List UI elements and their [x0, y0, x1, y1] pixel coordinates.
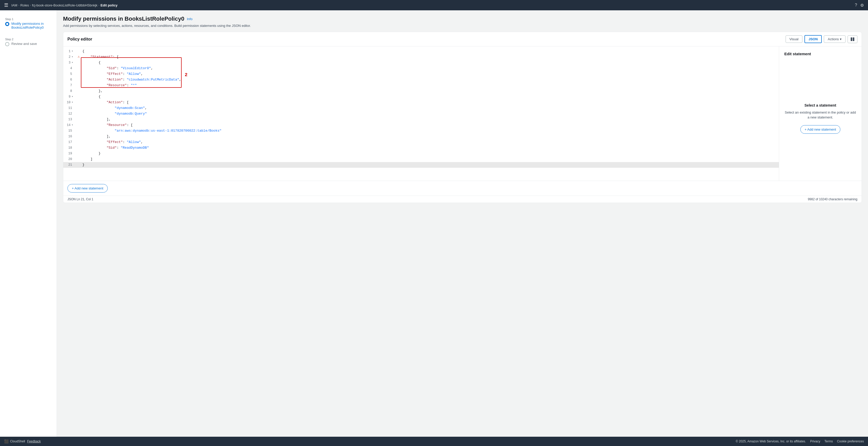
code-editor[interactable]: 2 1 ▾ {: [63, 46, 779, 181]
breadcrumb: IAM › Roles › fcj-book-store-BooksListRo…: [11, 3, 118, 7]
json-button[interactable]: JSON: [804, 35, 822, 43]
line-content-12: "dynamodb:Query": [82, 111, 779, 116]
line-content-20: ]: [82, 157, 779, 162]
add-statement-bottom-button[interactable]: + Add new statement: [67, 184, 108, 193]
step-2-title[interactable]: Review and save: [5, 42, 52, 46]
code-line-21: 21 }: [63, 162, 779, 168]
line-content-17: "Effect": "Allow",: [82, 140, 779, 145]
line-content-15: "arn:aws:dynamodb:us-east-1:017820706022…: [82, 128, 779, 133]
actions-button[interactable]: Actions ▾: [824, 35, 845, 43]
select-statement-desc: Select an existing statement in the poli…: [784, 110, 857, 120]
select-statement-title: Select a statement: [804, 103, 836, 107]
page-title: Modify permissions in BooksListRolePolic…: [63, 15, 184, 22]
code-line-5: 5 "Effect": "Allow",: [63, 71, 779, 77]
line-gutter-2: ⚠: [76, 55, 82, 59]
breadcrumb-current: Edit policy: [100, 3, 118, 7]
fold-arrow-14[interactable]: ▾: [71, 123, 73, 128]
line-num-5: 5: [63, 71, 76, 77]
line-num-2: 2 ▾: [63, 55, 76, 60]
code-line-11: 11 "dynamodb:Scan",: [63, 105, 779, 111]
line-num-9: 9 ▾: [63, 94, 76, 99]
code-line-19: 19 }: [63, 151, 779, 157]
line-content-4: "Sid": "VisualEditor0",: [82, 66, 779, 71]
page-subtitle: Add permissions by selecting services, a…: [63, 24, 862, 28]
page-title-row: Modify permissions in BooksListRolePolic…: [63, 15, 862, 22]
line-num-20: 20: [63, 157, 76, 162]
step-2-text: Review and save: [11, 42, 37, 46]
cloudshell-button[interactable]: ⬛ CloudShell: [4, 439, 25, 443]
line-content-19: }: [82, 151, 779, 156]
content-area: Modify permissions in BooksListRolePolic…: [57, 10, 868, 437]
footer-terms[interactable]: Terms: [824, 440, 833, 443]
footer-cookies[interactable]: Cookie preferences: [837, 440, 864, 443]
code-line-14: 14 ▾ "Resource": [: [63, 122, 779, 128]
line-content-11: "dynamodb:Scan",: [82, 106, 779, 111]
code-lines: 1 ▾ { 2 ▾: [63, 48, 779, 168]
step-1-label: Step 1: [5, 18, 52, 21]
layout-icon: [850, 37, 855, 41]
line-num-10: 10 ▾: [63, 100, 76, 105]
status-bar: JSON Ln 21, Col 1 9982 of 10240 characte…: [63, 196, 862, 203]
cloudshell-icon: ⬛: [4, 439, 8, 443]
line-num-6: 6: [63, 77, 76, 82]
policy-editor-header: Policy editor 1 Visual JSON Actions ▾: [63, 32, 862, 46]
line-num-11: 11: [63, 106, 76, 111]
sidebar: Step 1 Modify permissions in BooksListRo…: [0, 10, 57, 437]
code-line-6: 6 "Action": "cloudwatch:PutMetricData",: [63, 77, 779, 82]
code-line-7: 7 "Resource": "*": [63, 82, 779, 88]
line-num-16: 16: [63, 134, 76, 139]
page-footer: ⬛ CloudShell Feedback © 2025, Amazon Web…: [0, 437, 868, 446]
settings-icon[interactable]: ⚙: [860, 3, 864, 8]
line-content-14: "Resource": [: [82, 123, 779, 128]
actions-dropdown-arrow: ▾: [840, 37, 842, 41]
footer-left: ⬛ CloudShell Feedback: [4, 439, 41, 443]
add-statement-panel-button[interactable]: + Add new statement: [800, 125, 841, 134]
step-2-icon: [5, 42, 9, 46]
status-left: JSON Ln 21, Col 1: [67, 198, 93, 201]
right-panel-title: Edit statement: [784, 52, 857, 56]
actions-label: Actions: [828, 37, 839, 41]
code-line-1: 1 ▾ {: [63, 48, 779, 54]
help-icon[interactable]: ?: [855, 3, 857, 7]
layout-icon-button[interactable]: [847, 35, 858, 43]
breadcrumb-role-name[interactable]: fcj-book-store-BooksListRole-UdtbbHSbnkj…: [32, 3, 98, 7]
top-nav-actions: ? ⚙: [855, 3, 864, 8]
footer-copyright: © 2025, Amazon Web Services, Inc. or its…: [736, 440, 806, 443]
fold-arrow-1[interactable]: ▾: [71, 49, 73, 54]
fold-arrow-2[interactable]: ▾: [71, 55, 73, 60]
code-line-10: 10 ▾ "Action": [: [63, 100, 779, 105]
code-line-15: 15 "arn:aws:dynamodb:us-east-1:017820706…: [63, 128, 779, 134]
line-num-21: 21: [63, 162, 76, 168]
fold-arrow-9[interactable]: ▾: [71, 94, 73, 99]
svg-rect-0: [851, 37, 852, 41]
breadcrumb-sep-1: ›: [18, 4, 20, 7]
main-layout: Step 1 Modify permissions in BooksListRo…: [0, 10, 868, 437]
code-line-13: 13 ],: [63, 117, 779, 122]
hamburger-menu[interactable]: ☰: [4, 2, 8, 8]
fold-arrow-3[interactable]: ▾: [71, 60, 73, 65]
visual-button[interactable]: Visual: [785, 35, 802, 43]
fold-arrow-10[interactable]: ▾: [71, 100, 73, 105]
svg-rect-1: [853, 37, 854, 41]
breadcrumb-iam[interactable]: IAM: [11, 3, 17, 7]
code-line-16: 16 ],: [63, 134, 779, 139]
line-content-9: {: [82, 94, 779, 99]
line-content-21: }: [82, 162, 779, 168]
editor-toolbar: 1 Visual JSON Actions ▾: [785, 35, 858, 43]
step-1-title[interactable]: Modify permissions in BooksListRolePolic…: [5, 22, 52, 29]
step-1-icon-inner: [6, 23, 8, 25]
line-content-6: "Action": "cloudwatch:PutMetricData",: [82, 77, 779, 82]
feedback-button[interactable]: Feedback: [27, 440, 41, 443]
breadcrumb-roles[interactable]: Roles: [21, 3, 29, 7]
line-content-2: "Statement": [: [82, 55, 779, 60]
line-num-15: 15: [63, 128, 76, 133]
policy-editor-title: Policy editor: [67, 37, 92, 41]
step-1-text: Modify permissions in BooksListRolePolic…: [11, 22, 52, 29]
info-link[interactable]: Info: [187, 17, 192, 21]
code-line-12: 12 "dynamodb:Query": [63, 111, 779, 117]
code-line-4: 4 "Sid": "VisualEditor0",: [63, 66, 779, 71]
select-statement-area: Select a statement Select an existing st…: [784, 61, 857, 175]
code-line-20: 20 ]: [63, 157, 779, 162]
step-2-label: Step 2: [5, 38, 52, 41]
footer-privacy[interactable]: Privacy: [810, 440, 820, 443]
